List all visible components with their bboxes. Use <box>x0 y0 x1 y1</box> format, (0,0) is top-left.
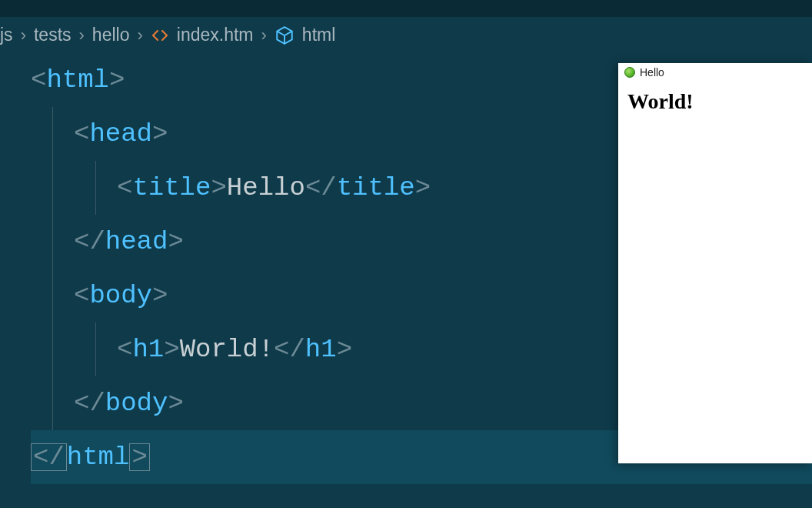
favicon-icon <box>624 67 635 78</box>
preview-h1: World! <box>627 89 803 114</box>
breadcrumb-seg[interactable]: js <box>0 25 13 45</box>
breadcrumb-seg[interactable]: html <box>302 25 335 45</box>
title-bar <box>0 0 812 17</box>
preview-titlebar: Hello <box>618 63 812 82</box>
symbol-box-icon <box>275 25 295 45</box>
breadcrumb: js › tests › hello › index.htm › html <box>0 17 812 53</box>
code-tag-icon <box>151 26 169 45</box>
breadcrumb-seg[interactable]: hello <box>92 25 130 45</box>
breadcrumb-seg[interactable]: tests <box>34 25 72 45</box>
preview-window: Hello World! <box>618 63 812 463</box>
chevron-right-icon: › <box>137 25 142 45</box>
chevron-right-icon: › <box>21 25 26 45</box>
chevron-right-icon: › <box>261 25 267 45</box>
chevron-right-icon: › <box>79 25 85 45</box>
preview-title-text: Hello <box>640 66 664 79</box>
preview-body: World! <box>618 82 812 122</box>
breadcrumb-seg[interactable]: index.htm <box>177 25 254 45</box>
